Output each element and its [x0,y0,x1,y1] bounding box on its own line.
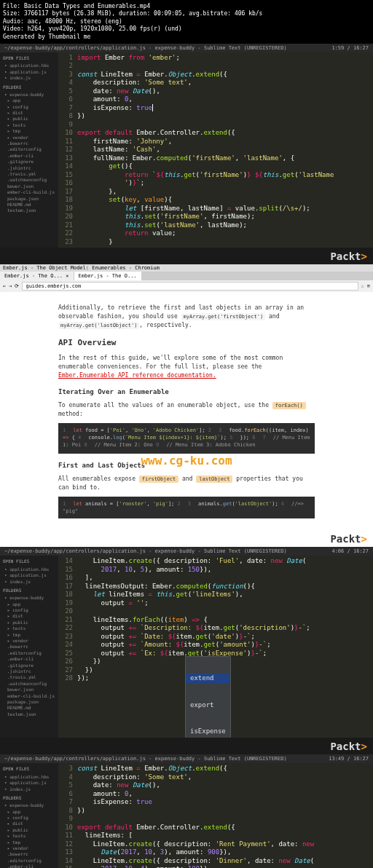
sidebar-file[interactable]: package.json [3,699,55,705]
sidebar-file[interactable]: README.md [3,202,55,208]
sidebar-file[interactable]: .watchmanconfig [3,177,55,183]
sidebar-file[interactable]: ember-cli-build.js [3,189,55,195]
sidebar-file[interactable]: • index.js [3,75,55,81]
window-title-bar: ~/expense-buddy/app/controllers/applicat… [0,44,373,52]
sidebar-file[interactable]: .bowerrc [3,141,55,146]
editor-pane-1: OPEN FILES • application.hbs • applicati… [0,52,373,248]
sidebar-folder[interactable]: ▾ expense-buddy [3,802,55,808]
packt-watermark: Packt> [0,248,373,264]
sidebar-file[interactable]: • application.js [3,780,55,786]
sidebar-folder[interactable]: ▸ public [3,620,55,626]
sidebar-file[interactable]: • index.js [3,786,55,792]
sidebar-file[interactable]: .editorconfig [3,650,55,656]
property-badge: lastObject [196,476,232,483]
autocomplete-item[interactable]: export [186,701,230,711]
sidebar-folder[interactable]: ▸ tests [3,626,55,631]
sidebar-file[interactable]: README.md [3,705,55,711]
reload-icon[interactable]: ⟳ [15,283,19,289]
sidebar-folder[interactable]: ▾ expense-buddy [3,595,55,601]
sidebar-file[interactable]: • application.hbs [3,567,55,572]
sidebar-folder[interactable]: ▸ config [3,607,55,613]
sidebar-folder[interactable]: ▸ tests [3,122,55,128]
sidebar-file[interactable]: • index.js [3,579,55,585]
sidebar-folder[interactable]: ▸ public [3,827,55,833]
code-text[interactable]: const LineItem = Ember.Object.extend({ d… [76,763,373,868]
sidebar-folder[interactable]: ▸ dist [3,613,55,619]
menu-icon[interactable]: ≡ [367,283,370,289]
editor-pane-3: OPEN FILES • application.hbs • applicati… [0,763,373,868]
sidebar-file[interactable]: testem.json [3,711,55,717]
line-numbers: 141516171819202122232425262728 [58,556,76,738]
sidebar-file[interactable]: ember-cli-build.js [3,693,55,699]
forward-icon[interactable]: → [9,283,12,289]
sidebar-file[interactable]: • application.hbs [3,63,55,68]
sidebar-file[interactable]: .gitignore [3,159,55,165]
file-sidebar[interactable]: OPEN FILES • application.hbs • applicati… [0,556,58,738]
sidebar-file[interactable]: .jshintrc [3,668,55,674]
sidebar-folder[interactable]: ▸ tests [3,833,55,839]
api-reference-link[interactable]: Ember.Enumerable API reference documenta… [58,372,216,379]
sidebar-file[interactable]: .jshintrc [3,165,55,171]
autocomplete-popup[interactable]: extend export isExpense [185,656,231,738]
sidebar-folder[interactable]: ▸ tmp [3,840,55,845]
code-text[interactable]: LineItem.create({ description: 'Fuel', d… [76,556,373,738]
sidebar-folder[interactable]: ▸ vendor [3,135,55,141]
sidebar-file[interactable]: • application.js [3,69,55,75]
sidebar-file[interactable]: .editorconfig [3,146,55,152]
sidebar-folder[interactable]: ▸ dist [3,110,55,116]
sidebar-folders-header: FOLDERS [3,795,55,801]
sidebar-file[interactable]: bower.json [3,687,55,693]
code-inline: myArray.get('lastObject') [58,322,139,329]
browser-tab-active[interactable]: Ember.js - The O... [74,272,141,280]
autocomplete-item[interactable]: extend [186,674,230,684]
sidebar-file[interactable]: .travis.yml [3,674,55,680]
sidebar-folder[interactable]: ▸ config [3,104,55,110]
sidebar-file[interactable]: .bowerrc [3,851,55,857]
code-editor[interactable]: 141516171819202122232425262728 LineItem.… [58,556,373,738]
sidebar-file[interactable]: .travis.yml [3,171,55,177]
sidebar-folder[interactable]: ▸ public [3,116,55,122]
sidebar-file[interactable]: bower.json [3,184,55,189]
sidebar-folder[interactable]: ▸ app [3,98,55,103]
sidebar-folders-header: FOLDERS [3,588,55,593]
sidebar-folder[interactable]: ▾ expense-buddy [3,92,55,98]
url-input[interactable]: guides.emberjs.com [22,282,358,291]
sidebar-folder[interactable]: ▸ vendor [3,845,55,851]
file-sidebar[interactable]: OPEN FILES • application.hbs • applicati… [0,763,58,868]
autocomplete-item[interactable]: isExpense [186,727,230,737]
sidebar-folder[interactable]: ▸ vendor [3,638,55,644]
sidebar-file[interactable]: .watchmanconfig [3,681,55,687]
sidebar-file[interactable]: .gitignore [3,663,55,668]
sidebar-file[interactable]: .ember-cli [3,864,55,868]
method-badge: forEach() [272,402,306,409]
sidebar-file[interactable]: .bowerrc [3,644,55,650]
file-sidebar[interactable]: OPEN FILES • application.hbs • applicati… [0,52,58,248]
sidebar-folder[interactable]: ▸ tmp [3,632,55,638]
star-icon[interactable]: ☆ [361,283,364,289]
sidebar-file[interactable]: • application.hbs [3,774,55,780]
browser-tabs[interactable]: Ember.js - The O... × Ember.js - The O..… [0,272,373,280]
sidebar-folders-header: FOLDERS [3,84,55,90]
sidebar-file[interactable]: .editorconfig [3,858,55,864]
sidebar-file[interactable]: testem.json [3,208,55,213]
sidebar-folder[interactable]: ▸ app [3,601,55,607]
sidebar-file[interactable]: .ember-cli [3,153,55,159]
code-editor[interactable]: 345678910111213141516171819202122 const … [58,763,373,868]
sidebar-folder[interactable]: ▸ dist [3,821,55,826]
address-bar[interactable]: ← → ⟳ guides.emberjs.com ☆ ≡ [0,280,373,292]
sidebar-file[interactable]: package.json [3,196,55,202]
sidebar-file[interactable]: .ember-cli [3,656,55,662]
code-editor[interactable]: 1234567891011121314151617181920212223 im… [58,52,373,248]
heading-iterating: Iterating Over an Enumerable [58,387,315,398]
heading-api-overview: API Overview [58,337,315,350]
browser-window: Ember.js - The Object Model: Enumerables… [0,264,373,530]
sidebar-file[interactable]: • application.js [3,572,55,578]
code-text[interactable]: import Ember from 'ember'; const LineIte… [76,52,373,248]
back-icon[interactable]: ← [3,283,6,289]
sidebar-folder[interactable]: ▸ tmp [3,128,55,134]
sidebar-open-files-header: OPEN FILES [3,559,55,564]
sidebar-folder[interactable]: ▸ app [3,809,55,815]
sidebar-folder[interactable]: ▸ config [3,815,55,821]
browser-tab[interactable]: Ember.js - The O... × [0,272,74,280]
browser-title: Ember.js - The Object Model: Enumerables… [0,264,373,272]
